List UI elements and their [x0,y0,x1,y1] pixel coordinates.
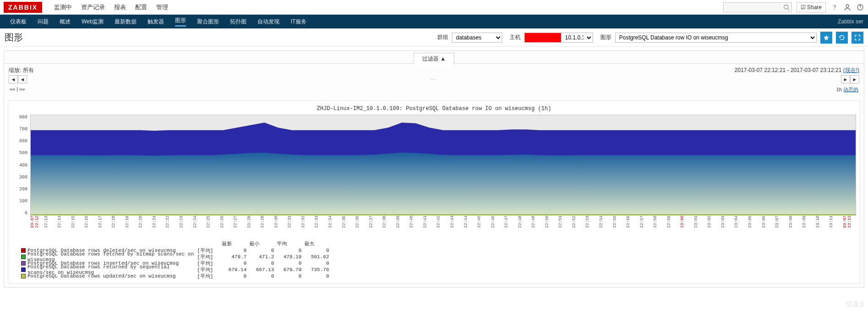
subnav-problems[interactable]: 问题 [38,18,49,26]
legend-swatch [21,255,26,259]
subnav-screens[interactable]: 聚合图形 [197,18,219,26]
top-nav: 监测中 资产记录 报表 配置 管理 [49,3,173,11]
topnav-inventory[interactable]: 资产记录 [81,3,105,11]
filter-row: 图形 群组 databases 主机 10.1.0.109 图形 Postgre… [0,28,868,47]
plot-area[interactable] [30,115,856,216]
top-bar: ZABBIX 监测中 资产记录 报表 配置 管理 ☑ Share ? [0,0,868,15]
x-axis: 03-07 22:1222:1322:1422:1522:1622:1722:1… [30,216,856,236]
star-icon [823,34,830,41]
help-icon[interactable]: ? [830,3,839,11]
page-title: 图形 [5,31,23,44]
legend-agg: [平均] [197,267,219,273]
brand-logo: ZABBIX [4,2,42,13]
group-select[interactable]: databases [452,33,502,43]
subnav-triggers[interactable]: 触发器 [148,18,164,26]
timeline-scrubber[interactable]: ⋯ [27,76,841,83]
legend-col-max: 最大 [287,240,314,247]
legend-name: PostgreSQL Database rows updated/sec on … [27,273,197,279]
zoom-1h: 1h [836,87,842,92]
legend-row: PostgreSQL Database rows fetched by bitm… [21,254,856,260]
svg-point-0 [784,5,788,9]
group-label: 群组 [437,33,448,41]
graph-select[interactable]: PostgreSQL Database row IO on wiseucmsg [615,33,817,43]
zoom-marks[interactable]: «« | »» [10,86,25,93]
refresh-icon [839,34,845,41]
subnav-web[interactable]: Web监测 [82,18,104,26]
time-range: 2017-03-07 22:12:21 - 2017-03-07 23:12:2… [735,67,842,73]
y-axis: 8007006005004003002001000 [12,115,30,216]
legend-col-last: 最新 [204,240,232,247]
legend-swatch [21,267,26,272]
subnav-discovery[interactable]: 自动发现 [258,18,280,26]
legend-agg: [平均] [197,247,219,254]
zoom-dynamic[interactable]: 动态的 [843,87,858,92]
user-icon[interactable] [843,3,852,11]
legend-swatch [21,261,26,266]
legend-swatch [21,248,26,253]
logout-icon[interactable] [856,3,864,11]
subnav-dashboard[interactable]: 仪表板 [10,18,27,26]
fullscreen-button[interactable] [852,32,863,44]
host-redacted [524,33,561,43]
host-select[interactable]: 10.1.0.109 [561,33,593,43]
legend-agg: [平均] [197,260,219,267]
graph-container: ZHJD-Linux-IM2_10.1.0.109: PostgreSQL Da… [8,100,860,283]
subnav-it[interactable]: IT服务 [291,18,307,26]
graph-title: ZHJD-Linux-IM2_10.1.0.109: PostgreSQL Da… [12,106,856,112]
search-input[interactable] [723,2,792,12]
subnav-graphs[interactable]: 图形 [175,17,186,27]
refresh-button[interactable] [836,32,848,44]
topnav-monitor[interactable]: 监测中 [54,3,72,11]
legend-agg: [平均] [197,254,219,261]
zoom-all[interactable]: 所有 [23,67,34,73]
zoom-label: 缩放: [9,67,21,73]
svg-line-1 [787,8,789,10]
legend-agg: [平均] [197,273,219,280]
legend: 最新 最小 平均 最大 PostgreSQL Database rows del… [21,240,856,279]
sub-nav: 仪表板 问题 概述 Web监测 最新数据 触发器 图形 聚合图形 拓扑图 自动发… [0,15,868,28]
subnav-maps[interactable]: 拓扑图 [230,18,247,26]
legend-col-min: 最小 [232,240,259,247]
search-icon [783,4,790,11]
svg-rect-5 [31,214,856,215]
legend-swatch [21,274,26,278]
subnav-latest[interactable]: 最新数据 [115,18,137,26]
filter-toggle[interactable]: 过滤器 ▲ [413,53,454,65]
nav-last[interactable]: ► [850,75,859,83]
nav-prev[interactable]: ◄ [18,75,27,83]
favorite-button[interactable] [820,32,832,44]
graph-panel: 过滤器 ▲ 缩放: 所有 2017-03-07 22:12:21 - 2017-… [4,50,864,288]
legend-col-avg: 平均 [259,240,287,247]
share-button[interactable]: ☑ Share [797,2,826,12]
now-link[interactable]: (现在!) [843,67,859,73]
server-status: Zabbix ser [838,18,863,25]
topnav-reports[interactable]: 报表 [114,3,126,11]
legend-row: PostgreSQL Database rows updated/sec on … [21,273,856,279]
svg-point-2 [846,5,849,7]
subnav-overview[interactable]: 概述 [60,18,71,26]
topnav-config[interactable]: 配置 [135,3,147,11]
expand-icon [854,34,861,41]
legend-row: PostgreSQL Database rows returned by seq… [21,267,856,273]
host-label: 主机 [510,33,521,41]
nav-first[interactable]: ◄ [9,75,18,83]
topnav-admin[interactable]: 管理 [156,3,168,11]
graph-label: 图形 [600,33,611,41]
nav-next[interactable]: ► [841,75,850,83]
